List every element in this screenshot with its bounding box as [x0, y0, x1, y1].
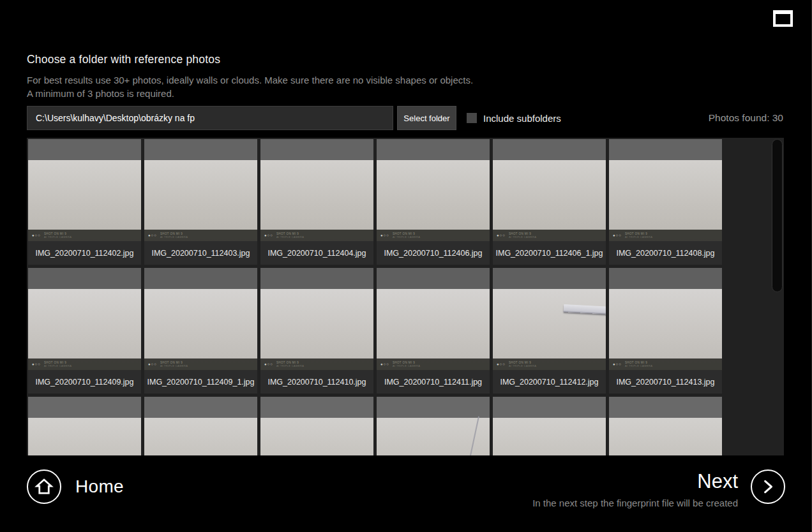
photo-top-band [144, 139, 257, 160]
page-title: Choose a folder with reference photos [27, 53, 220, 66]
photo-top-band [377, 139, 490, 160]
subtitle-line-1: For best results use 30+ photos, ideally… [27, 73, 473, 87]
photo-thumbnail: ●○○ SHOT ON MI 9 AI TRIPLE CAMERA [144, 139, 257, 241]
photo-top-band [260, 397, 373, 418]
photo-wall-area [28, 418, 141, 455]
page-subtitle: For best results use 30+ photos, ideally… [27, 73, 473, 100]
photo-top-band [377, 397, 490, 418]
watermark-dots-icon: ●○○ [264, 362, 273, 366]
watermark-dots-icon: ●○○ [613, 362, 622, 366]
watermark-line-2: AI TRIPLE CAMERA [393, 235, 420, 239]
home-icon [27, 469, 61, 504]
photo-filename: IMG_20200710_112409.jpg [28, 370, 141, 394]
photo-wall-area [493, 289, 606, 370]
photo-wall-area [377, 160, 490, 241]
photo-tile[interactable]: ●○○ SHOT ON MI 9 AI TRIPLE CAMERA [493, 397, 606, 455]
photo-top-band [144, 268, 257, 289]
photo-tile[interactable]: ●○○ SHOT ON MI 9 AI TRIPLE CAMERA IMG_20… [144, 268, 257, 394]
watermark-line-2: AI TRIPLE CAMERA [625, 364, 652, 367]
photo-wall-area [144, 418, 257, 455]
photo-wall-area [377, 418, 490, 455]
photo-wall-area [377, 289, 490, 370]
shot-on-mi-watermark: ●○○ SHOT ON MI 9 AI TRIPLE CAMERA [377, 358, 490, 370]
watermark-dots-icon: ●○○ [148, 233, 157, 237]
photo-filename: IMG_20200710_112402.jpg [28, 241, 141, 265]
maximize-button[interactable] [773, 10, 793, 27]
photo-top-band [260, 139, 373, 160]
home-button[interactable]: Home [27, 469, 124, 504]
photo-thumbnail: ●○○ SHOT ON MI 9 AI TRIPLE CAMERA [609, 268, 722, 370]
subtitle-line-2: A minimum of 3 photos is required. [27, 87, 473, 100]
photo-tile[interactable]: ●○○ SHOT ON MI 9 AI TRIPLE CAMERA IMG_20… [28, 139, 141, 265]
photo-filename: IMG_20200710_112413.jpg [609, 370, 722, 394]
photo-thumbnail: ●○○ SHOT ON MI 9 AI TRIPLE CAMERA [28, 139, 141, 241]
photo-wall-area [493, 418, 606, 455]
watermark-line-2: AI TRIPLE CAMERA [509, 235, 536, 239]
photo-wall-area [493, 160, 606, 241]
home-label: Home [75, 477, 124, 497]
photo-tile[interactable]: ●○○ SHOT ON MI 9 AI TRIPLE CAMERA [609, 397, 722, 455]
watermark-line-2: AI TRIPLE CAMERA [44, 364, 71, 367]
photo-tile[interactable]: ●○○ SHOT ON MI 9 AI TRIPLE CAMERA IMG_20… [493, 268, 606, 394]
photo-tile[interactable]: ●○○ SHOT ON MI 9 AI TRIPLE CAMERA [260, 397, 373, 455]
app-window: Choose a folder with reference photos Fo… [0, 0, 812, 532]
photo-tile[interactable]: ●○○ SHOT ON MI 9 AI TRIPLE CAMERA IMG_20… [609, 139, 722, 265]
photo-tile[interactable]: ●○○ SHOT ON MI 9 AI TRIPLE CAMERA IMG_20… [260, 139, 373, 265]
photo-tile[interactable]: ●○○ SHOT ON MI 9 AI TRIPLE CAMERA IMG_20… [260, 268, 373, 394]
photo-tile[interactable]: ●○○ SHOT ON MI 9 AI TRIPLE CAMERA IMG_20… [377, 139, 490, 265]
shot-on-mi-watermark: ●○○ SHOT ON MI 9 AI TRIPLE CAMERA [493, 358, 606, 370]
watermark-line-2: AI TRIPLE CAMERA [44, 235, 71, 239]
photo-wall-area [144, 289, 257, 370]
photo-filename: IMG_20200710_112410.jpg [260, 370, 373, 394]
shot-on-mi-watermark: ●○○ SHOT ON MI 9 AI TRIPLE CAMERA [144, 358, 257, 370]
photo-top-band [609, 397, 722, 418]
watermark-dots-icon: ●○○ [264, 233, 273, 237]
photos-found-count: Photos found: 30 [709, 112, 783, 124]
photo-top-band [28, 139, 141, 160]
photo-thumbnail: ●○○ SHOT ON MI 9 AI TRIPLE CAMERA [609, 397, 722, 455]
edge-photo-detail [465, 417, 479, 455]
photo-thumbnail: ●○○ SHOT ON MI 9 AI TRIPLE CAMERA [28, 268, 141, 370]
photo-filename: IMG_20200710_112403.jpg [144, 241, 257, 265]
photo-tile[interactable]: ●○○ SHOT ON MI 9 AI TRIPLE CAMERA [28, 397, 141, 455]
include-subfolders-checkbox[interactable] [467, 113, 477, 123]
include-subfolders-label: Include subfolders [483, 113, 561, 124]
photo-filename: IMG_20200710_112406_1.jpg [493, 241, 606, 265]
shot-on-mi-watermark: ●○○ SHOT ON MI 9 AI TRIPLE CAMERA [260, 230, 373, 241]
shot-on-mi-watermark: ●○○ SHOT ON MI 9 AI TRIPLE CAMERA [28, 230, 141, 241]
rod-photo-detail [564, 304, 606, 314]
watermark-line-2: AI TRIPLE CAMERA [160, 364, 188, 367]
photo-tile[interactable]: ●○○ SHOT ON MI 9 AI TRIPLE CAMERA IMG_20… [609, 268, 722, 394]
photo-tile[interactable]: ●○○ SHOT ON MI 9 AI TRIPLE CAMERA IMG_20… [377, 268, 490, 394]
watermark-dots-icon: ●○○ [32, 233, 41, 237]
photo-thumbnail: ●○○ SHOT ON MI 9 AI TRIPLE CAMERA [377, 268, 490, 370]
photo-tile[interactable]: ●○○ SHOT ON MI 9 AI TRIPLE CAMERA [377, 397, 490, 455]
photo-filename: IMG_20200710_112408.jpg [609, 241, 722, 265]
select-folder-button[interactable]: Select folder [397, 106, 456, 130]
photo-wall-area [144, 160, 257, 241]
maximize-icon [773, 10, 793, 27]
watermark-dots-icon: ●○○ [380, 233, 389, 237]
photo-tile[interactable]: ●○○ SHOT ON MI 9 AI TRIPLE CAMERA [144, 397, 257, 455]
photo-thumbnail: ●○○ SHOT ON MI 9 AI TRIPLE CAMERA [609, 139, 722, 241]
photo-top-band [493, 139, 606, 160]
photo-wall-area [28, 160, 141, 241]
photo-wall-area [260, 418, 373, 455]
photo-tile[interactable]: ●○○ SHOT ON MI 9 AI TRIPLE CAMERA IMG_20… [28, 268, 141, 394]
photo-tile[interactable]: ●○○ SHOT ON MI 9 AI TRIPLE CAMERA IMG_20… [493, 139, 606, 265]
photo-top-band [28, 397, 141, 418]
photo-tile[interactable]: ●○○ SHOT ON MI 9 AI TRIPLE CAMERA IMG_20… [144, 139, 257, 265]
photo-top-band [609, 139, 722, 160]
next-hint: In the next step the fingerprint file wi… [532, 498, 738, 508]
watermark-dots-icon: ●○○ [497, 233, 506, 237]
photo-filename: IMG_20200710_112411.jpg [377, 370, 490, 394]
folder-path-input[interactable] [27, 106, 393, 130]
next-label: Next [697, 471, 738, 492]
shot-on-mi-watermark: ●○○ SHOT ON MI 9 AI TRIPLE CAMERA [260, 358, 373, 370]
photo-thumbnail: ●○○ SHOT ON MI 9 AI TRIPLE CAMERA [493, 268, 606, 370]
next-button[interactable]: Next In the next step the fingerprint fi… [532, 469, 785, 508]
photo-filename: IMG_20200710_112409_1.jpg [144, 370, 257, 394]
grid-scrollbar-thumb[interactable] [772, 139, 783, 292]
watermark-line-2: AI TRIPLE CAMERA [509, 364, 536, 367]
watermark-dots-icon: ●○○ [613, 233, 622, 237]
